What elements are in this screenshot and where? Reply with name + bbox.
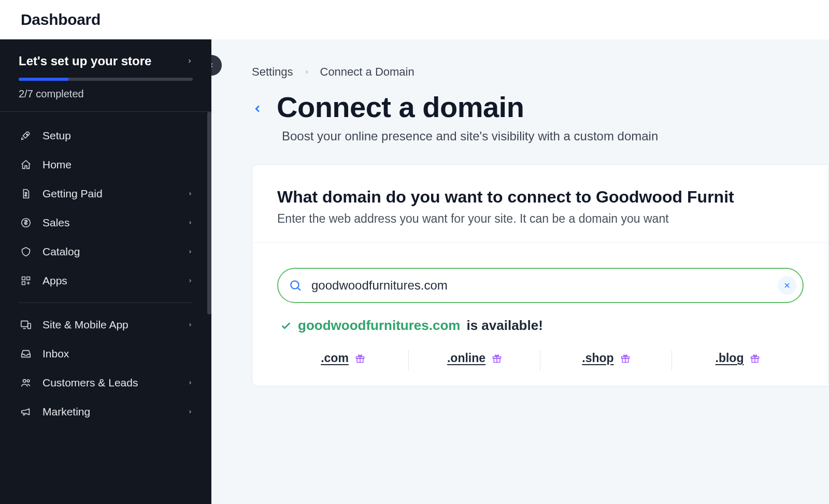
tld-option-online[interactable]: .online [409,351,540,365]
domain-card: What domain do you want to connect to Go… [252,164,829,386]
rocket-icon [19,128,33,143]
svg-rect-2 [22,277,25,280]
sidebar-item-catalog[interactable]: Catalog [10,237,201,266]
chevron-right-icon [188,321,193,329]
app-title: Dashboard [21,11,101,28]
apps-icon [19,273,33,288]
sales-icon [19,215,33,230]
sidebar-item-label: Site & Mobile App [42,319,188,331]
inbox-icon [19,347,33,361]
gift-icon [620,353,631,364]
main: Settings Connect a Domain Connect a doma… [211,39,829,504]
tld-option-com[interactable]: .com [277,351,409,365]
available-text: is available! [466,318,542,334]
sidebar-item-inbox[interactable]: Inbox [10,339,201,368]
catalog-icon [19,244,33,259]
scrollbar-thumb[interactable] [207,112,211,314]
page-subtitle: Boost your online presence and site's vi… [282,129,829,143]
svg-rect-5 [21,321,28,327]
chevron-right-icon [188,190,193,198]
sidebar-item-label: Catalog [42,246,188,258]
chevron-right-icon [187,56,193,66]
sidebar-item-label: Marketing [42,406,188,418]
tld-label: .blog [716,351,744,365]
sidebar-item-label: Customers & Leads [42,377,188,389]
gift-icon [355,353,365,364]
tld-suggestions: .com .online .shop [277,351,804,365]
sidebar-item-getting-paid[interactable]: Getting Paid [10,179,201,208]
tld-option-blog[interactable]: .blog [672,351,804,365]
paid-icon [19,186,33,201]
sidebar-item-label: Getting Paid [42,188,188,200]
breadcrumb-current: Connect a Domain [320,65,414,79]
breadcrumb-root[interactable]: Settings [252,65,293,79]
sidebar-item-label: Sales [42,217,188,229]
tld-option-shop[interactable]: .shop [540,351,672,365]
content-row: Let's set up your store 2/7 completed Se… [0,39,829,504]
svg-point-7 [23,380,26,383]
sidebar-item-site-mobile[interactable]: Site & Mobile App [10,310,201,339]
sidebar-item-apps[interactable]: Apps [10,266,201,295]
tld-label: .shop [582,351,613,365]
svg-rect-3 [27,277,30,280]
chevron-right-icon [188,277,193,285]
card-title: What domain do you want to connect to Go… [277,188,804,207]
svg-rect-4 [22,282,25,285]
svg-line-10 [298,288,301,291]
sidebar-item-marketing[interactable]: Marketing [10,397,201,426]
check-icon [280,320,292,332]
setup-title: Let's set up your store [19,54,151,68]
available-domain: goodwoodfurnitures.com [298,318,460,334]
clear-input-button[interactable] [778,276,796,295]
sidebar-item-home[interactable]: Home [10,150,201,179]
sidebar-item-label: Apps [42,275,188,287]
chevron-right-icon [188,408,193,416]
svg-rect-6 [28,323,31,328]
sidebar-item-setup[interactable]: Setup [10,121,201,150]
sidebar-item-label: Inbox [42,348,193,360]
svg-point-9 [291,281,298,289]
chevron-right-icon [304,68,310,76]
sidebar-item-sales[interactable]: Sales [10,208,201,237]
breadcrumb: Settings Connect a Domain [252,65,829,79]
sidebar-item-customers[interactable]: Customers & Leads [10,368,201,397]
gift-icon [492,353,502,364]
chevron-right-icon [188,379,193,387]
gift-icon [750,353,760,364]
sidebar-item-label: Home [42,159,193,171]
back-button[interactable] [252,100,263,114]
progress-fill [19,78,68,81]
devices-icon [19,318,33,332]
chevron-right-icon [188,248,193,256]
page-title: Connect a domain [277,90,524,124]
setup-card[interactable]: Let's set up your store 2/7 completed [0,39,211,112]
card-subtitle: Enter the web address you want for your … [277,212,804,226]
tld-label: .com [321,351,349,365]
customers-icon [19,376,33,390]
domain-input-wrap[interactable] [277,268,804,303]
topbar: Dashboard [0,0,829,39]
svg-point-0 [26,134,27,135]
progress-track [19,78,193,81]
domain-input[interactable] [309,273,770,298]
svg-point-8 [27,380,30,382]
tld-label: .online [447,351,485,365]
sidebar-item-label: Setup [42,129,193,142]
home-icon [19,157,33,172]
chevron-right-icon [188,219,193,227]
sidebar: Let's set up your store 2/7 completed Se… [0,39,211,504]
sidebar-divider [19,303,193,303]
availability-row: goodwoodfurnitures.com is available! [280,318,804,334]
sidebar-nav: Setup Home Getting Paid Sales [0,112,211,439]
marketing-icon [19,405,33,419]
search-icon [289,279,302,292]
progress-text: 2/7 completed [19,88,193,100]
